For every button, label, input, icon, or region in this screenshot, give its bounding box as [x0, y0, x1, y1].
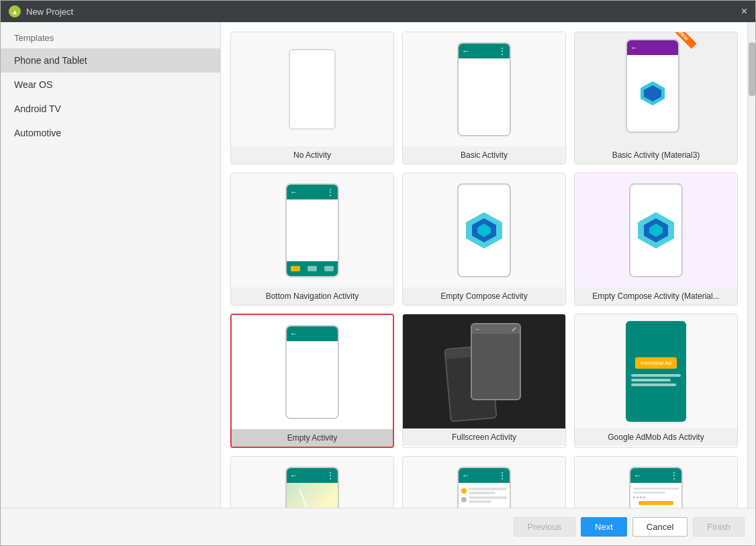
template-preview-no-activity	[231, 32, 393, 146]
template-empty-compose[interactable]: Empty Compose Activity	[402, 173, 566, 306]
template-name-empty-activity: Empty Activity	[232, 429, 393, 447]
dialog-title: New Project	[26, 7, 73, 17]
template-preview-fullscreen: ⤢ ← ⤢	[403, 314, 565, 428]
templates-container: No Activity ← ⋮	[221, 22, 747, 508]
template-empty-activity[interactable]: ← Empty Activity	[230, 314, 394, 448]
template-preview-basic-material: PREVIEW ←	[575, 32, 737, 146]
template-name-empty-compose-material: Empty Compose Activity (Material...	[575, 287, 737, 305]
sidebar-header: Templates	[1, 22, 220, 48]
scrollbar-thumb[interactable]	[749, 42, 755, 96]
template-bottom-navigation[interactable]: ← ⋮ Bottom Naviga	[230, 173, 394, 306]
android-logo-icon: ▲	[9, 5, 21, 17]
template-notification-list[interactable]: ← ⋮	[574, 456, 738, 508]
template-basic-activity-material[interactable]: PREVIEW ←	[574, 32, 738, 165]
previous-button[interactable]: Previous	[514, 517, 576, 537]
template-no-activity[interactable]: No Activity	[230, 32, 394, 165]
cancel-button[interactable]: Cancel	[632, 517, 688, 537]
sidebar-item-phone-tablet[interactable]: Phone and Tablet	[1, 48, 220, 73]
template-name-basic-activity: Basic Activity	[403, 146, 565, 164]
template-preview-bottom-nav: ← ⋮	[231, 173, 393, 287]
template-preview-empty-compose	[403, 173, 565, 287]
template-preview-login: ← ⋮	[403, 457, 565, 508]
title-bar: ▲ New Project ×	[1, 1, 755, 22]
svg-line-8	[299, 490, 325, 508]
template-login-activity[interactable]: ← ⋮	[402, 456, 566, 508]
scrollbar[interactable]	[747, 22, 755, 508]
main-area: No Activity ← ⋮	[221, 22, 755, 508]
finish-button[interactable]: Finish	[693, 517, 745, 537]
template-preview-empty-compose-material	[575, 173, 737, 287]
dialog-footer: Previous Next Cancel Finish	[1, 508, 755, 545]
sidebar-item-android-tv[interactable]: Android TV	[1, 97, 220, 121]
template-google-maps[interactable]: ← ⋮ 📍	[230, 456, 394, 508]
template-google-admob[interactable]: Interstitial Ad Google AdMob Ads Activit…	[574, 314, 738, 448]
template-name-no-activity: No Activity	[231, 146, 393, 164]
template-preview-maps: ← ⋮ 📍	[231, 457, 393, 508]
template-name-fullscreen: Fullscreen Activity	[403, 428, 565, 446]
template-name-admob: Google AdMob Ads Activity	[575, 428, 737, 446]
template-empty-compose-material[interactable]: Empty Compose Activity (Material...	[574, 173, 738, 306]
sidebar-item-automotive[interactable]: Automotive	[1, 121, 220, 145]
new-project-dialog: ▲ New Project × Templates Phone and Tabl…	[0, 0, 756, 546]
template-fullscreen-activity[interactable]: ⤢ ← ⤢	[402, 314, 566, 448]
template-preview-admob: Interstitial Ad	[575, 314, 737, 428]
title-bar-left: ▲ New Project	[9, 5, 73, 17]
template-preview-nav-drawer: ← ⋮	[575, 457, 737, 508]
dialog-content: Templates Phone and Tablet Wear OS Andro…	[1, 22, 755, 508]
template-name-empty-compose: Empty Compose Activity	[403, 287, 565, 305]
template-preview-empty-activity: ←	[232, 315, 393, 429]
templates-grid: No Activity ← ⋮	[228, 29, 741, 508]
template-name-bottom-nav: Bottom Navigation Activity	[231, 287, 393, 305]
sidebar-item-wear-os[interactable]: Wear OS	[1, 73, 220, 97]
next-button[interactable]: Next	[581, 517, 627, 537]
sidebar: Templates Phone and Tablet Wear OS Andro…	[1, 22, 221, 508]
close-button[interactable]: ×	[741, 5, 747, 17]
template-preview-basic-activity: ← ⋮	[403, 32, 565, 146]
template-basic-activity[interactable]: ← ⋮ Basic Activity	[402, 32, 566, 165]
template-name-basic-material: Basic Activity (Material3)	[575, 146, 737, 164]
